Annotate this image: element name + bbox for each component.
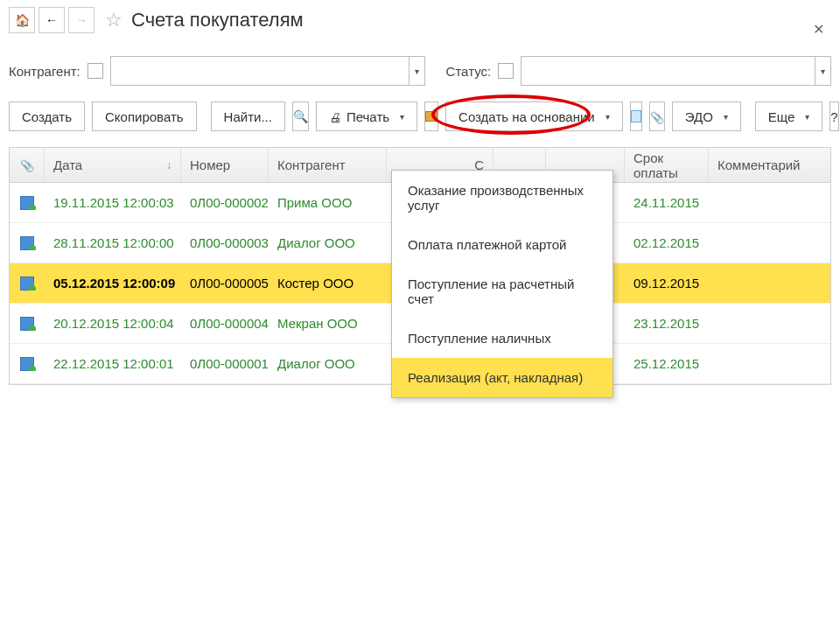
- status-filter-combo[interactable]: ▾: [521, 56, 831, 86]
- chevron-down-icon[interactable]: ▾: [815, 57, 830, 85]
- sort-asc-icon: ↓: [166, 159, 172, 172]
- cell-number: 0Л00-000005: [181, 276, 269, 290]
- create-based-on-button[interactable]: Создать на основании ▾: [445, 102, 623, 131]
- print-button[interactable]: Печать ▾: [316, 102, 417, 131]
- cell-contractor: Мекран ООО: [269, 316, 387, 331]
- menu-item[interactable]: Реализация (акт, накладная): [392, 358, 612, 397]
- mail-button[interactable]: [424, 102, 438, 131]
- create-based-on-menu: Оказание производственных услугОплата пл…: [391, 170, 613, 398]
- chevron-down-icon: ▾: [805, 112, 809, 122]
- col-contractor[interactable]: Контрагент: [269, 148, 387, 182]
- col-date[interactable]: Дата ↓: [45, 148, 181, 182]
- document-icon: [631, 110, 641, 122]
- envelope-icon: [425, 111, 438, 122]
- cell-date: 22.12.2015 12:00:01: [45, 356, 181, 371]
- help-button[interactable]: ?: [830, 102, 838, 131]
- menu-item[interactable]: Оказание производственных услуг: [392, 171, 612, 225]
- contractor-filter-checkbox[interactable]: [88, 63, 103, 79]
- document-row-icon: [20, 357, 34, 371]
- back-button[interactable]: ←: [38, 7, 65, 33]
- menu-item[interactable]: Поступление на расчетный счет: [392, 264, 612, 318]
- contractor-filter-combo[interactable]: ▾: [110, 56, 425, 86]
- create-button[interactable]: Создать: [9, 102, 85, 131]
- col-due[interactable]: Срок оплаты: [625, 148, 709, 182]
- paperclip-icon: [20, 158, 34, 172]
- cell-contractor: Костер ООО: [269, 276, 387, 290]
- close-icon[interactable]: ✕: [813, 21, 824, 38]
- cell-date: 19.11.2015 12:00:03: [45, 195, 181, 210]
- contractor-filter-label: Контрагент:: [9, 64, 80, 79]
- cell-number: 0Л00-000002: [181, 195, 269, 210]
- attach-button[interactable]: [649, 102, 665, 131]
- document-row-icon: [20, 196, 34, 210]
- cell-due: 09.12.2015: [625, 276, 709, 290]
- cell-date: 05.12.2015 12:00:09: [45, 276, 181, 290]
- paperclip-icon: [650, 109, 664, 124]
- chevron-down-icon[interactable]: ▾: [409, 57, 424, 85]
- cell-due: 02.12.2015: [625, 235, 709, 250]
- cell-date: 20.12.2015 12:00:04: [45, 316, 181, 331]
- col-number[interactable]: Номер: [181, 148, 269, 182]
- cell-number: 0Л00-000004: [181, 316, 269, 331]
- cell-contractor: Диалог ООО: [269, 356, 387, 371]
- arrow-right-icon: →: [75, 13, 88, 27]
- document-row-icon: [20, 317, 34, 331]
- chevron-down-icon: ▾: [400, 112, 404, 122]
- menu-item[interactable]: Оплата платежной картой: [392, 225, 612, 264]
- contractor-filter-input[interactable]: [111, 57, 409, 85]
- cell-number: 0Л00-000001: [181, 356, 269, 371]
- status-filter-label: Статус:: [446, 64, 492, 79]
- doc-button-1[interactable]: [630, 102, 642, 131]
- cell-due: 25.12.2015: [625, 356, 709, 371]
- forward-button[interactable]: →: [68, 7, 94, 33]
- cell-due: 24.11.2015: [625, 195, 709, 210]
- edo-button[interactable]: ЭДО ▾: [672, 102, 741, 131]
- col-comment[interactable]: Комментарий: [709, 148, 812, 182]
- cell-contractor: Диалог ООО: [269, 235, 387, 250]
- home-button[interactable]: 🏠: [9, 7, 35, 33]
- status-filter-checkbox[interactable]: [498, 63, 514, 79]
- chevron-down-icon: ▾: [606, 112, 610, 122]
- col-attachment[interactable]: [10, 148, 45, 182]
- copy-button[interactable]: Скопировать: [92, 102, 197, 131]
- menu-item[interactable]: Поступление наличных: [392, 318, 612, 358]
- printer-icon: [329, 109, 341, 124]
- cell-date: 28.11.2015 12:00:00: [45, 235, 181, 250]
- arrow-left-icon: ←: [46, 13, 58, 27]
- cell-number: 0Л00-000003: [181, 235, 269, 250]
- page-title: Счета покупателям: [131, 9, 304, 32]
- favorite-star-icon[interactable]: ☆: [102, 8, 126, 32]
- status-filter-input[interactable]: [522, 57, 815, 85]
- home-icon: 🏠: [15, 13, 30, 27]
- more-button[interactable]: Еще ▾: [755, 102, 823, 131]
- document-row-icon: [20, 276, 34, 290]
- cell-contractor: Прима ООО: [269, 195, 387, 210]
- clear-filter-button[interactable]: 🔍: [292, 102, 309, 131]
- chevron-down-icon: ▾: [724, 112, 728, 122]
- find-button[interactable]: Найти...: [211, 102, 285, 131]
- document-row-icon: [20, 236, 34, 250]
- filter-icon: 🔍: [293, 109, 308, 123]
- cell-due: 23.12.2015: [625, 316, 709, 331]
